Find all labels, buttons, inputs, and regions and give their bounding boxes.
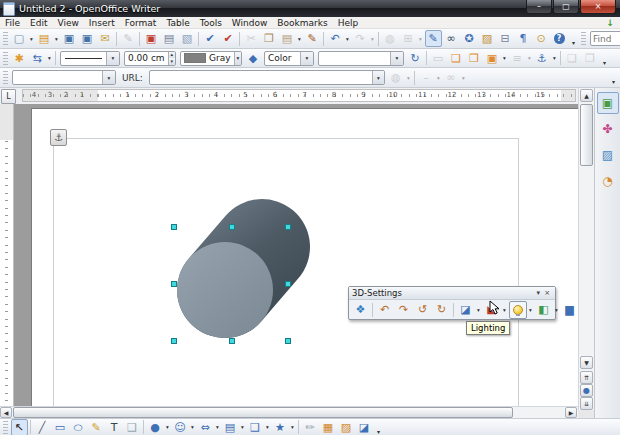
direction-dropdown-icon[interactable]: ▾ (501, 307, 508, 313)
to-foreground-button[interactable]: ❏ (448, 50, 465, 67)
toolbar-overflow-button[interactable]: ▾ (374, 420, 383, 435)
menu-tools[interactable]: Tools (195, 18, 227, 28)
menu-edit[interactable]: Edit (25, 18, 52, 28)
toolbar-grip[interactable] (3, 421, 8, 434)
nonprinting-characters-button[interactable]: ¶ (515, 30, 532, 47)
new-document-button[interactable]: ▢ (11, 30, 28, 47)
scroll-right-button[interactable]: ▶ (565, 407, 577, 418)
toolbar-grip[interactable] (581, 32, 586, 45)
drawing-functions-button[interactable]: ✎ (425, 30, 442, 47)
anchor-button[interactable]: ⚓ (534, 50, 551, 67)
undo-dropdown-icon[interactable]: ▾ (344, 36, 351, 42)
callouts-dropdown-icon[interactable]: ▾ (264, 424, 271, 430)
toolbar-grip[interactable] (3, 32, 8, 45)
email-button[interactable]: ✉ (97, 30, 114, 47)
toolbar-overflow-button[interactable]: ▾ (569, 31, 578, 46)
autospellcheck-button[interactable]: ✔ (220, 30, 237, 47)
selection-handle[interactable] (171, 281, 177, 287)
toolbar-grip[interactable] (3, 52, 8, 65)
menu-bookmarks[interactable]: Bookmarks (272, 18, 332, 28)
depth-dropdown-icon[interactable]: ▾ (475, 307, 482, 313)
tab-stop-selector[interactable]: L (1, 89, 16, 104)
next-page-button[interactable]: ⇊ (580, 397, 593, 410)
stars-button[interactable]: ★ (272, 419, 289, 435)
anchor-dropdown-icon[interactable]: ▾ (551, 55, 558, 61)
horizontal-ruler[interactable]: 4321 123456789101112131415 (22, 89, 576, 102)
stars-dropdown-icon[interactable]: ▾ (289, 424, 296, 430)
selection-handle[interactable] (285, 224, 291, 230)
selection-handle[interactable] (171, 338, 177, 344)
selection-handle[interactable] (229, 338, 235, 344)
navigator-button[interactable]: ✪ (461, 30, 478, 47)
line-color-combo[interactable]: Gray▾ (180, 51, 242, 66)
alignment-button[interactable]: ≡ (509, 50, 526, 67)
toolbar-grip[interactable] (3, 71, 8, 84)
navigation-button[interactable]: ● (580, 384, 593, 397)
horizontal-scrollbar[interactable]: ◀ ▶ (0, 406, 578, 418)
block-arrows-dropdown-icon[interactable]: ▾ (214, 424, 221, 430)
rectangle-button[interactable]: ▭ (52, 419, 69, 435)
line-width-spinner-arrows[interactable]: ▴▾ (168, 52, 175, 65)
surface-button[interactable]: ◧ (535, 301, 553, 319)
ungroup-button[interactable]: ❐ (582, 50, 599, 67)
callouts-button[interactable]: ❑ (247, 419, 264, 435)
cut-button[interactable]: ✂ (243, 30, 260, 47)
maximize-button[interactable]: ▢ (553, 0, 579, 14)
lighting-dropdown-icon[interactable]: ▾ (527, 307, 534, 313)
arrow-style-button[interactable]: ⇆ (29, 50, 46, 67)
cylinder-3d-object[interactable] (150, 190, 320, 360)
open-button[interactable]: ▤ (36, 30, 53, 47)
palette-close-icon[interactable]: × (542, 289, 552, 297)
arrangement-dropdown-icon[interactable]: ▾ (501, 55, 508, 61)
extrusion-toggle-button[interactable]: ◪ (356, 419, 373, 435)
open-dropdown-icon[interactable]: ▾ (53, 36, 60, 42)
update-available-icon[interactable]: ↓ (606, 18, 614, 28)
extrusion-on-off-button[interactable]: ❖ (352, 301, 370, 319)
group-button[interactable]: ❏ (564, 50, 581, 67)
data-sources-button[interactable]: ⊟ (497, 30, 514, 47)
close-button[interactable]: × (580, 0, 616, 14)
arrangement-button[interactable]: ▣ (484, 50, 501, 67)
callout-button[interactable]: ❑ (124, 419, 141, 435)
line-color-combo-dropdown-icon[interactable]: ▾ (234, 52, 241, 65)
selection-handle[interactable] (285, 281, 291, 287)
palette-menu-icon[interactable]: ▾ (535, 289, 543, 297)
scroll-down-button[interactable]: ▼ (580, 356, 593, 369)
area-style-button[interactable]: ◆ (245, 50, 262, 67)
find-url-button[interactable]: ∞ (442, 69, 459, 86)
insert-table-dropdown-icon[interactable]: ▾ (417, 36, 424, 42)
sidebar-navigator-tab[interactable]: ◔ (597, 170, 619, 192)
tilt-up-button[interactable]: ↷ (395, 301, 413, 319)
url-input-dropdown-icon[interactable]: ▾ (372, 71, 384, 84)
3d-color-button[interactable]: ▆ (561, 301, 579, 319)
symbol-shapes-button[interactable]: ☺ (172, 419, 189, 435)
menu-file[interactable]: File (0, 18, 25, 28)
internet-dropdown-icon[interactable]: ▾ (405, 75, 412, 81)
line-style-combo[interactable]: ▾ (60, 51, 120, 66)
surface-dropdown-icon[interactable]: ▾ (553, 307, 560, 313)
horizontal-scroll-thumb[interactable] (13, 407, 513, 418)
internet-button[interactable]: ◍ (387, 69, 404, 86)
scroll-up-button[interactable]: ▲ (580, 89, 593, 102)
help-button[interactable]: ? (551, 30, 568, 47)
from-file-button[interactable]: ▦ (320, 419, 337, 435)
rotate-button[interactable]: ↻ (407, 50, 424, 67)
save-button[interactable]: ▣ (61, 30, 78, 47)
hyperlink-button[interactable]: ◍ (382, 30, 399, 47)
tilt-left-button[interactable]: ↺ (414, 301, 432, 319)
fontwork-gallery-button[interactable]: ✱ (11, 50, 28, 67)
find-replace-button[interactable]: ∞ (443, 30, 460, 47)
basic-shapes-button[interactable]: ● (147, 419, 164, 435)
area-fill-color-combo[interactable]: ▾ (318, 51, 404, 66)
target-frame-button[interactable]: – (417, 69, 434, 86)
area-fill-type-combo[interactable]: Color▾ (264, 51, 314, 66)
ellipse-button[interactable]: ○ (70, 419, 87, 435)
find-url-dropdown-icon[interactable]: ▾ (460, 75, 467, 81)
menu-format[interactable]: Format (120, 18, 162, 28)
edit-points-button[interactable]: ✏ (302, 419, 319, 435)
area-fill-color-combo-dropdown-icon[interactable]: ▾ (390, 52, 403, 65)
toolbar-overflow-button[interactable]: ▾ (609, 70, 618, 85)
frame-properties-button[interactable]: ▭ (430, 50, 447, 67)
vertical-scroll-thumb[interactable] (580, 104, 593, 166)
zoom-button[interactable]: ⊙ (533, 30, 550, 47)
